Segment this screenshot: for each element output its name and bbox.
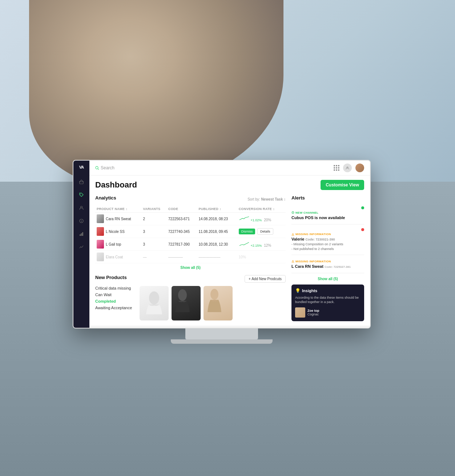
svg-line-10 <box>98 169 99 170</box>
customise-view-button[interactable]: Customise View <box>321 180 364 190</box>
status-dot-green <box>361 206 364 209</box>
insights-product-thumb <box>295 307 305 318</box>
code-cell: 7227817-390 <box>167 238 197 251</box>
product-image-2[interactable] <box>172 286 201 320</box>
filter-critical[interactable]: Critical data missing <box>95 286 135 290</box>
code-cell: 7222563-671 <box>167 213 197 225</box>
dashboard-body: Dashboard Customise View Analytics Sort … <box>89 176 370 326</box>
product-thumbnail <box>97 214 104 223</box>
monitor-screen: VA <box>73 160 371 328</box>
alert-item: NEW CHANNEL Cubus POS is now available <box>291 206 364 225</box>
filter-can-wait[interactable]: Can Wait <box>95 293 135 297</box>
product-name-cell: L Nicole SS <box>95 225 142 238</box>
alert-title: L Cara RN Sweat Code: 7225327-381 <box>291 264 364 269</box>
alerts-title: Alerts <box>291 195 305 201</box>
notifications-icon[interactable] <box>343 164 352 172</box>
main-content: Search <box>89 161 370 328</box>
insights-text: According to the data these items should… <box>295 295 361 304</box>
sort-label: Sort by: Newest Task ↕ <box>247 197 286 201</box>
sidebar-item-home[interactable] <box>76 177 86 187</box>
monitor-base <box>171 339 273 344</box>
topbar-right <box>334 164 364 172</box>
alerts-section: Alerts NEW CHANNEL <box>291 195 364 321</box>
svg-point-12 <box>149 291 159 304</box>
analytics-header: Analytics Sort by: Newest Task ↕ <box>95 195 286 203</box>
search-box[interactable]: Search <box>95 165 168 170</box>
col-code: CODE <box>167 206 197 213</box>
insights-product: Zoe top Cognac <box>295 307 361 318</box>
product-image-1[interactable] <box>140 286 169 320</box>
sidebar-item-chart[interactable] <box>76 229 86 239</box>
sidebar-item-analytics[interactable] <box>76 242 86 252</box>
sparkline-chart <box>239 215 250 221</box>
svg-rect-8 <box>82 232 83 236</box>
col-variants: VARIANTS <box>142 206 167 213</box>
insights-product-info: Zoe top Cognac <box>307 309 319 316</box>
insights-title: Insights <box>302 289 317 293</box>
product-image-3[interactable] <box>204 286 233 320</box>
sort-value: Newest Task <box>261 197 283 201</box>
product-name-cell: Cara RN Sweat <box>95 213 142 225</box>
conversion-cell: +1.02% 20% <box>237 213 286 225</box>
table-row: L Gail top 3 7227817-390 10.08.2018, 12:… <box>95 238 286 251</box>
sidebar: VA <box>73 161 89 328</box>
right-column: Alerts NEW CHANNEL <box>291 195 364 321</box>
product-thumbnail <box>97 227 104 236</box>
new-products-header: New Products + Add New Prodcuts <box>95 275 286 283</box>
sidebar-logo: VA <box>79 165 84 169</box>
conversion-cell: +2.15% 12% <box>237 238 286 251</box>
monitor-frame: VA <box>73 160 371 344</box>
product-images <box>140 286 233 320</box>
alert-item: MISSING INFORMATION L Cara RN Sweat Code… <box>291 259 364 273</box>
analytics-title: Analytics <box>95 195 116 201</box>
show-all-alerts-link[interactable]: Show all (5) <box>291 277 364 281</box>
filter-awaiting[interactable]: Awaiting Acceptance <box>95 306 135 310</box>
col-published: PUBLISHED ↕ <box>197 206 237 213</box>
col-conversion: CONVERSION RATE ↕ <box>237 206 286 213</box>
insights-icon: 💡 <box>295 288 301 293</box>
sidebar-item-info[interactable] <box>76 216 86 226</box>
alert-code: Code: 7230021-390 <box>306 238 335 241</box>
new-products-section: New Products + Add New Prodcuts Critical… <box>95 275 286 320</box>
table-row: Elara Coat — ———— —————— 10% <box>95 251 286 263</box>
dismiss-button[interactable]: Dismiss <box>239 229 255 234</box>
alert-title: Cubus POS is now available <box>291 215 364 220</box>
grid-icon[interactable] <box>334 165 339 171</box>
add-new-products-button[interactable]: + Add New Prodcuts <box>245 275 286 283</box>
dashboard-header: Dashboard Customise View <box>95 180 364 190</box>
variants-cell: 2 <box>142 213 167 225</box>
sidebar-item-tags[interactable] <box>76 190 86 200</box>
published-cell: 10.08.2018, 12:30 <box>197 238 237 251</box>
new-products-body: Critical data missing Can Wait Completed… <box>95 286 286 320</box>
svg-point-1 <box>80 194 81 194</box>
details-button[interactable]: Details <box>257 228 273 235</box>
insights-card: 💡 Insights According to the data these i… <box>291 285 364 321</box>
variants-cell: 3 <box>142 225 167 238</box>
product-thumbnail <box>97 253 104 261</box>
status-dot-red <box>361 228 364 231</box>
insights-header: 💡 Insights <box>295 288 361 293</box>
monitor-stand <box>185 328 258 339</box>
search-icon <box>95 166 99 170</box>
table-row: Cara RN Sweat 2 7222563-671 14.08.2018, … <box>95 213 286 225</box>
code-cell: 7227740-345 <box>167 225 197 238</box>
col-product-name: PRODUCT NAME ↕ <box>95 206 142 213</box>
show-all-analytics-link[interactable]: Show all (5) <box>95 266 286 270</box>
table-row: L Nicole SS 3 7227740-345 11.08.2018, 09… <box>95 225 286 238</box>
svg-rect-0 <box>80 182 83 184</box>
alert-badge: MISSING INFORMATION <box>291 260 331 263</box>
published-cell: 11.08.2018, 09:45 <box>197 225 237 238</box>
alert-title: Valerie Code: 7230021-390 <box>291 237 364 241</box>
user-avatar[interactable] <box>355 164 364 172</box>
sparkline-chart <box>239 241 250 247</box>
sidebar-item-users[interactable] <box>76 203 86 213</box>
alert-detail: - Missing Composition on 2 variants - No… <box>291 242 364 251</box>
svg-point-13 <box>178 289 187 301</box>
app-container: VA <box>73 161 370 328</box>
svg-rect-6 <box>80 234 81 236</box>
product-thumbnail <box>97 240 104 249</box>
filter-completed[interactable]: Completed <box>95 299 135 303</box>
published-cell: 14.08.2018, 08:23 <box>197 213 237 225</box>
table-header-row: PRODUCT NAME ↕ VARIANTS CODE PUBLISHED ↕… <box>95 206 286 213</box>
product-name-cell: L Gail top <box>95 238 142 251</box>
